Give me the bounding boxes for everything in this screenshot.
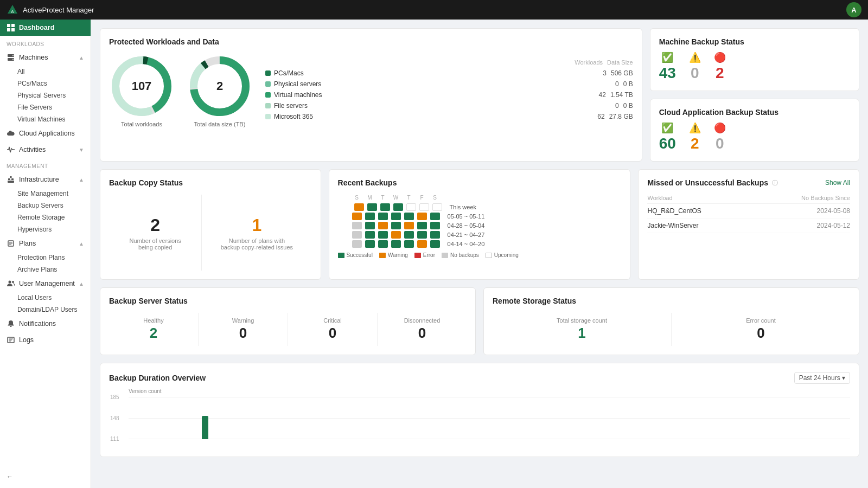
sidebar-item-dashboard[interactable]: Dashboard [0, 20, 91, 36]
sidebar-item-domain-ldap[interactable]: Domain/LDAP Users [0, 304, 91, 316]
week-2-label-text: 04-28 ~ 05-04 [448, 222, 485, 229]
error-icon: 🔴 [714, 52, 726, 63]
svg-point-9 [12, 59, 14, 60]
storage-error: Error count 0 [672, 313, 850, 346]
storage-total-num: 1 [578, 325, 585, 342]
legend-successful-label: Successful [347, 252, 373, 258]
legend-error-label: Error [423, 252, 435, 258]
day-m: M [365, 195, 375, 201]
critical-num: 0 [329, 325, 336, 342]
user-avatar[interactable]: A [846, 2, 861, 17]
sidebar-item-archive-plans[interactable]: Archive Plans [0, 264, 91, 275]
sidebar-item-machines[interactable]: Machines ▲ [0, 49, 91, 66]
sidebar-item-infrastructure[interactable]: Infrastructure ▲ [0, 171, 91, 188]
dot-1-4 [404, 213, 414, 220]
machine-backup-title: Machine Backup Status [659, 37, 850, 46]
cloud-error-num: 0 [716, 135, 724, 152]
storage-error-label: Error count [746, 317, 775, 324]
sidebar: Dashboard Workloads Machines ▲ All PCs/M… [0, 20, 91, 488]
dot-3-1 [365, 231, 375, 239]
sidebar-item-cloud-applications[interactable]: Cloud Applications [0, 125, 91, 142]
sidebar-item-all[interactable]: All [0, 66, 91, 78]
sidebar-item-site-management[interactable]: Site Management [0, 188, 91, 200]
disconnected-label: Disconnected [404, 317, 441, 324]
dot-2-1 [365, 222, 375, 229]
storage-error-num: 0 [757, 325, 764, 342]
issues-num: 1 [252, 215, 262, 235]
show-all-link[interactable]: Show All [825, 179, 850, 187]
svg-rect-11 [8, 178, 10, 180]
dot-2-5 [417, 222, 427, 229]
legend-successful-box [338, 253, 344, 258]
dot-4-4 [404, 240, 414, 248]
recent-week-0: This week [338, 203, 622, 211]
donut-data-svg: 2 [187, 54, 252, 119]
donut-workloads-center: 107 [132, 79, 152, 93]
storage-total-label: Total storage count [557, 317, 607, 324]
sidebar-plans-label: Plans [19, 240, 36, 247]
sidebar-item-plans[interactable]: Plans ▲ [0, 235, 91, 252]
sidebar-item-user-management[interactable]: User Management ▲ [0, 275, 91, 292]
cloud-error-icon: 🔴 [714, 122, 726, 134]
legend-warning-label: Warning [388, 252, 408, 258]
sidebar-item-notifications[interactable]: Notifications [0, 316, 91, 332]
app-title: ActiveProtect Manager [23, 6, 846, 14]
machine-ok-num: 43 [659, 65, 676, 82]
legend-col-workloads: Workloads [575, 59, 603, 66]
dot-3-2 [378, 231, 388, 239]
cloud-icon [7, 129, 15, 138]
sidebar-notifications-label: Notifications [19, 320, 56, 328]
sidebar-item-logs[interactable]: Logs [0, 332, 91, 348]
missed-table: Workload No Backups Since HQ_R&D_CentOS … [647, 192, 850, 233]
sidebar-item-label: Dashboard [19, 24, 54, 31]
healthy-label: Healthy [143, 317, 163, 324]
dot-1-5 [417, 213, 427, 220]
sidebar-item-remote-storage[interactable]: Remote Storage [0, 211, 91, 223]
backup-copy-versions: 2 Number of versions being copied [109, 195, 202, 271]
sidebar-item-pcs-macs[interactable]: PCs/Macs [0, 78, 91, 89]
day-t2: T [404, 195, 414, 201]
sidebar-item-file-servers[interactable]: File Servers [0, 101, 91, 113]
missed-workload-0: HQ_R&D_CentOS [647, 204, 754, 219]
bell-icon [7, 319, 15, 328]
sidebar-item-virtual-machines[interactable]: Virtual Machines [0, 113, 91, 125]
sidebar-item-local-users[interactable]: Local Users [0, 292, 91, 304]
grid-icon [7, 23, 15, 32]
sidebar-item-physical-servers[interactable]: Physical Servers [0, 89, 91, 101]
day-f: F [417, 195, 427, 201]
card-remote-storage-status: Remote Storage Status Total storage coun… [483, 287, 859, 355]
missed-col-since: No Backups Since [754, 192, 850, 204]
missed-title: Missed or Unsuccessful Backups [647, 178, 768, 187]
machine-error-num: 2 [716, 65, 724, 82]
storage-total: Total storage count 1 [493, 313, 672, 346]
sidebar-item-hypervisors[interactable]: Hypervisors [0, 223, 91, 235]
legend-dot-pcs [265, 70, 271, 76]
missed-since-0: 2024-05-08 [754, 204, 850, 219]
legend-val-file-w: 0 [615, 102, 619, 110]
total-data-num: 2 [216, 79, 223, 93]
versions-desc: Number of versions being copied [123, 237, 188, 251]
third-row: Backup Server Status Healthy 2 Warning 0… [100, 287, 859, 355]
issues-desc: Number of plans with backup copy-related… [219, 237, 295, 251]
card-backup-duration: Backup Duration Overview Past 24 Hours ▾… [100, 363, 859, 457]
duration-filter-button[interactable]: Past 24 Hours ▾ [794, 372, 850, 384]
sidebar-item-protection-plans[interactable]: Protection Plans [0, 252, 91, 264]
dot-1-0 [352, 213, 362, 220]
machine-status-nums: ✅ 43 ⚠️ 0 🔴 2 [659, 52, 850, 82]
chevron-up-icon: ▲ [79, 55, 84, 61]
app-logo: A [7, 4, 18, 16]
dot-3-3 [391, 231, 401, 239]
legend-name-vm: Virtual machines [265, 91, 595, 99]
cloud-status-warning: ⚠️ 2 [689, 122, 701, 152]
legend-dot-file [265, 103, 271, 108]
sidebar-collapse-button[interactable]: ← [7, 470, 84, 484]
sidebar-logs-label: Logs [19, 336, 34, 344]
legend-val-vm-d: 1.54 TB [610, 91, 633, 99]
sidebar-item-backup-servers[interactable]: Backup Servers [0, 200, 91, 211]
legend-col-name [265, 59, 570, 66]
cloud-warning-num: 2 [691, 135, 699, 152]
collapse-arrow-icon: ← [7, 473, 13, 480]
legend-row-m365: Microsoft 365 62 27.8 GB [265, 111, 633, 122]
info-icon[interactable]: ⓘ [772, 179, 778, 187]
sidebar-item-activities[interactable]: Activities ▼ [0, 142, 91, 158]
